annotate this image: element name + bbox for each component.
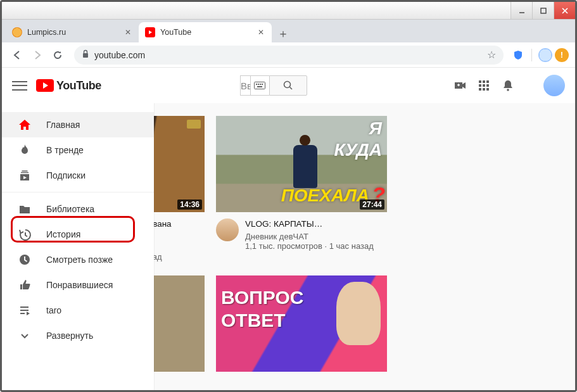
sidebar-item-label: Подписки <box>46 170 86 180</box>
svg-rect-22 <box>486 84 489 87</box>
new-tab-button[interactable]: ＋ <box>274 25 292 42</box>
sidebar-item-label: Понравившиеся <box>46 280 113 290</box>
svg-rect-5 <box>83 53 88 58</box>
reload-button[interactable] <box>49 46 67 64</box>
svg-rect-8 <box>258 84 259 85</box>
video-card[interactable]: ВОПРОС ОТВЕТ <box>216 275 387 372</box>
svg-rect-6 <box>255 82 265 89</box>
back-button[interactable] <box>8 46 26 64</box>
sidebar-item-label: Библиотека <box>46 204 94 214</box>
svg-rect-9 <box>260 84 261 85</box>
forward-button[interactable] <box>29 46 46 64</box>
svg-rect-24 <box>483 88 485 91</box>
sidebar-item-label: Главная <box>46 120 80 130</box>
svg-marker-4 <box>149 30 152 34</box>
video-thumbnail[interactable]: ВОПРОС ОТВЕТ <box>216 275 387 372</box>
sidebar: Главная В тренде Подписки Библиотека <box>2 103 154 390</box>
svg-rect-7 <box>256 84 257 85</box>
video-thumbnail[interactable]: 14:36 <box>154 116 205 212</box>
svg-point-26 <box>507 89 509 91</box>
svg-marker-35 <box>27 312 30 315</box>
history-icon <box>17 227 32 242</box>
svg-rect-20 <box>479 84 481 87</box>
browser-toolbar: youtube.com ☆ ! <box>2 42 575 68</box>
channel-name[interactable]: Дневник девЧАТ <box>245 232 308 241</box>
notifications-bell-icon[interactable] <box>500 78 516 93</box>
bookmark-star-icon[interactable]: ☆ <box>487 49 496 61</box>
svg-rect-18 <box>483 80 485 83</box>
thumb-overlay-text: ПОЕХАЛА <box>281 186 369 206</box>
tab-close-button[interactable]: ✕ <box>124 28 132 37</box>
sidebar-item-expand[interactable]: Развернуть <box>2 323 154 348</box>
sidebar-item-label: taro <box>46 305 61 315</box>
url-text: youtube.com <box>94 50 482 60</box>
separator <box>531 49 532 61</box>
svg-rect-17 <box>479 80 481 83</box>
sidebar-item-liked[interactable]: Понравившиеся <box>2 272 154 298</box>
thumb-overlay-text: ОТВЕТ <box>221 310 286 331</box>
sidebar-item-history[interactable]: История <box>2 222 154 247</box>
sidebar-item-label: История <box>46 229 80 239</box>
youtube-favicon <box>145 27 155 37</box>
sidebar-item-playlist-taro[interactable]: taro <box>2 298 154 323</box>
browser-tabstrip: Lumpics.ru ✕ YouTube ✕ ＋ <box>2 20 575 42</box>
browser-menu-button[interactable]: ! <box>555 48 569 62</box>
video-stats: 1,1 тыс. просмотров · 1 час назад <box>245 241 374 251</box>
thumb-overlay-text: Я <box>369 118 382 139</box>
sidebar-item-watch-later[interactable]: Смотреть позже <box>2 247 154 272</box>
tab-title: YouTube <box>160 28 251 37</box>
search-button[interactable] <box>269 75 307 96</box>
youtube-logo-text: YouTube <box>56 79 101 92</box>
video-duration: 14:36 <box>177 199 202 210</box>
keyboard-icon[interactable] <box>250 75 269 96</box>
apps-grid-icon[interactable] <box>476 78 491 93</box>
browser-tab-youtube[interactable]: YouTube ✕ <box>139 22 272 42</box>
sidebar-item-trending[interactable]: В тренде <box>2 137 154 163</box>
lumpics-favicon <box>12 27 22 37</box>
youtube-logo-icon <box>36 79 54 92</box>
home-icon <box>17 117 32 132</box>
flame-icon <box>17 142 32 158</box>
create-video-icon[interactable] <box>452 78 467 93</box>
channel-avatar[interactable] <box>216 218 239 241</box>
youtube-logo[interactable]: YouTube <box>36 79 101 92</box>
sidebar-item-subscriptions[interactable]: Подписки <box>2 163 154 188</box>
thumb-overlay-text: КУДА <box>334 140 382 160</box>
youtube-header: YouTube Введите запрос <box>2 68 575 103</box>
video-title: …лашные в гостях у Ивана Вечерний Ургант… <box>154 218 205 241</box>
window-titlebar <box>2 2 575 20</box>
tab-close-button[interactable]: ✕ <box>257 28 265 37</box>
extension-shield-icon[interactable] <box>511 48 525 62</box>
sidebar-item-label: Развернуть <box>46 331 93 341</box>
svg-rect-11 <box>257 86 262 87</box>
sidebar-item-label: Смотреть позже <box>46 255 113 265</box>
search-group: Введите запрос <box>240 75 307 96</box>
profile-avatar-icon[interactable] <box>538 48 552 62</box>
browser-tab-lumpics[interactable]: Lumpics.ru ✕ <box>6 22 139 42</box>
playlist-icon <box>17 303 32 318</box>
window-maximize-button[interactable] <box>532 2 554 19</box>
svg-rect-23 <box>479 88 481 91</box>
sidebar-item-library[interactable]: Библиотека <box>2 196 154 222</box>
video-thumbnail[interactable]: Я КУДА ПОЕХАЛА ? 27:44 <box>216 116 387 212</box>
svg-rect-10 <box>262 84 263 85</box>
folder-icon <box>17 201 32 217</box>
user-avatar[interactable] <box>543 75 565 96</box>
svg-rect-21 <box>483 84 485 87</box>
search-input[interactable]: Введите запрос <box>240 75 250 96</box>
thumb-up-icon <box>17 277 32 293</box>
svg-rect-25 <box>486 88 489 91</box>
subscriptions-icon <box>17 168 32 183</box>
video-card[interactable]: 14:36 …лашные в гостях у Ивана Вечерний … <box>154 116 205 262</box>
video-card[interactable]: Я КУДА ПОЕХАЛА ? 27:44 VLOG: КАРПАТЫ… Дн… <box>216 116 387 262</box>
svg-rect-16 <box>458 84 459 86</box>
window-minimize-button[interactable] <box>510 2 532 19</box>
window-close-button[interactable] <box>554 2 575 19</box>
address-bar[interactable]: youtube.com ☆ <box>74 46 504 65</box>
svg-rect-1 <box>541 8 546 13</box>
video-card[interactable] <box>154 275 205 372</box>
guide-menu-button[interactable] <box>12 78 27 93</box>
video-thumbnail[interactable] <box>154 275 205 372</box>
sidebar-item-home[interactable]: Главная <box>2 112 154 137</box>
tab-title: Lumpics.ru <box>27 28 118 37</box>
